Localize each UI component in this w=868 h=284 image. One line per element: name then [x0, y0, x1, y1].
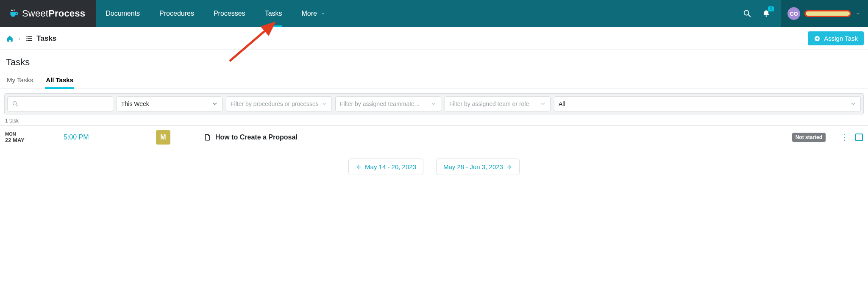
svg-point-4: [13, 102, 17, 105]
breadcrumb-current: Tasks: [25, 34, 56, 43]
task-row: MON 22 MAY 5:00 PM M How to Create a Pro…: [0, 125, 868, 149]
chevron-down-icon: [212, 101, 218, 107]
search-icon: [12, 100, 19, 107]
user-menu[interactable]: CO: [781, 0, 868, 27]
plus-circle-icon: [814, 35, 821, 42]
page-title: Tasks: [0, 50, 868, 72]
main-nav: Documents Procedures Processes Tasks Mor…: [96, 0, 868, 27]
breadcrumb: › Tasks: [6, 34, 56, 43]
brand-text: SweetProcess: [22, 8, 85, 19]
filter-period[interactable]: This Week: [117, 96, 223, 111]
chevron-down-icon: [321, 101, 327, 107]
chevron-down-icon: [850, 101, 856, 107]
result-count: 1 task: [0, 114, 868, 125]
chevron-down-icon: [320, 11, 326, 16]
home-icon[interactable]: [6, 35, 14, 42]
avatar: CO: [787, 7, 800, 20]
arrow-right-icon: [506, 164, 512, 170]
nav-tasks[interactable]: Tasks: [265, 0, 282, 27]
arrow-left-icon: [356, 164, 362, 170]
chevron-down-icon: [540, 101, 546, 107]
pager-next[interactable]: May 28 - Jun 3, 2023: [436, 159, 520, 175]
document-icon: [203, 133, 211, 142]
row-menu-icon[interactable]: ⋮: [840, 133, 849, 142]
tab-my-tasks[interactable]: My Tasks: [6, 72, 34, 89]
task-title[interactable]: How to Create a Proposal: [203, 133, 785, 142]
nav-processes[interactable]: Processes: [214, 0, 245, 27]
task-date: MON 22 MAY: [5, 131, 56, 144]
date-pager: May 14 - 20, 2023 May 28 - Jun 3, 2023: [0, 149, 868, 184]
breadcrumb-bar: › Tasks Assign Task: [0, 27, 868, 50]
top-bar: SweetProcess Documents Procedures Proces…: [0, 0, 868, 27]
list-icon: [25, 35, 33, 42]
chevron-down-icon: [431, 101, 437, 107]
chevron-down-icon: [855, 11, 860, 16]
search-input[interactable]: [7, 96, 113, 111]
filter-team-role[interactable]: Filter by assigned team or role: [445, 96, 551, 111]
tab-all-tasks[interactable]: All Tasks: [45, 72, 74, 89]
filter-status[interactable]: All: [554, 96, 861, 111]
nav-procedures[interactable]: Procedures: [159, 0, 194, 27]
svg-point-0: [744, 11, 749, 15]
nav-documents[interactable]: Documents: [106, 0, 140, 27]
filter-bar: This Week Filter by procedures or proces…: [4, 93, 864, 114]
pager-prev[interactable]: May 14 - 20, 2023: [348, 159, 423, 175]
svg-point-1: [765, 15, 767, 17]
status-badge: Not started: [792, 133, 826, 142]
task-time[interactable]: 5:00 PM: [64, 134, 148, 141]
notification-count-badge: 1: [768, 6, 774, 11]
notifications-icon[interactable]: 1: [762, 9, 771, 18]
breadcrumb-separator: ›: [19, 35, 20, 42]
cup-icon: [8, 8, 19, 19]
logo[interactable]: SweetProcess: [0, 0, 96, 27]
row-checkbox[interactable]: [855, 134, 863, 141]
user-name-redacted: [804, 10, 851, 17]
filter-procedures[interactable]: Filter by procedures or processes: [226, 96, 332, 111]
filter-teammates[interactable]: Filter by assigned teammate...: [335, 96, 441, 111]
search-icon[interactable]: [743, 9, 752, 18]
assign-task-button[interactable]: Assign Task: [808, 31, 864, 45]
nav-more[interactable]: More: [302, 0, 326, 27]
assignee-avatar[interactable]: M: [156, 130, 170, 145]
task-tabs: My Tasks All Tasks: [0, 72, 868, 89]
